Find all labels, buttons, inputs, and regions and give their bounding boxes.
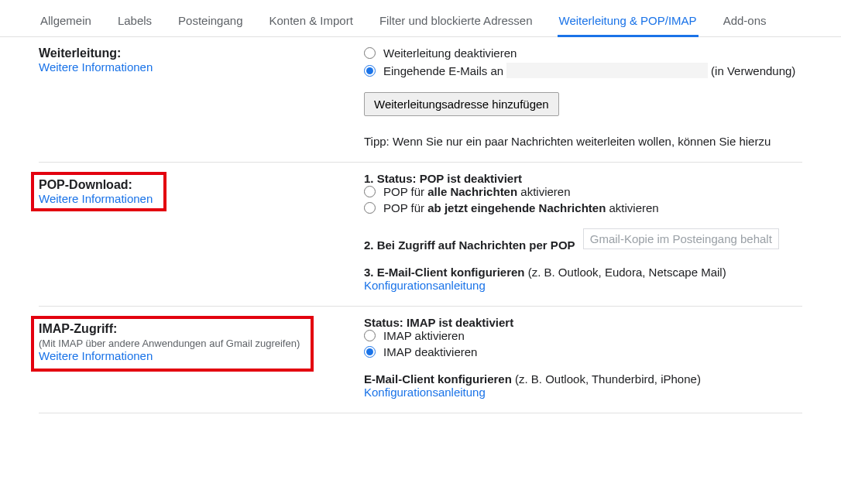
tab-filters-blocked[interactable]: Filter und blockierte Adressen <box>378 8 534 36</box>
forwarding-more-info-link[interactable]: Weitere Informationen <box>39 60 153 74</box>
highlight-imap: IMAP-Zugriff: (Mit IMAP über andere Anwe… <box>31 316 314 372</box>
imap-enable-label: IMAP aktivieren <box>383 329 465 342</box>
imap-disable-radio[interactable] <box>364 346 376 358</box>
forwarding-enable-label-prefix: Eingehende E-Mails an <box>383 64 503 77</box>
imap-disable-label: IMAP deaktivieren <box>383 345 477 358</box>
imap-config-link[interactable]: Konfigurationsanleitung <box>364 386 486 399</box>
tab-labels[interactable]: Labels <box>116 8 153 36</box>
forwarding-disable-label: Weiterleitung deaktivieren <box>383 46 517 60</box>
pop-status-label: 1. Status: <box>364 172 420 185</box>
forwarding-tip: Tipp: Wenn Sie nur ein paar Nachrichten … <box>364 135 802 148</box>
forwarding-title: Weiterleitung: <box>39 46 348 60</box>
pop-now-label: POP für ab jetzt eingehende Nachrichten … <box>383 201 659 214</box>
section-pop: POP-Download: Weitere Informationen 1. S… <box>39 163 802 307</box>
pop-more-info-link[interactable]: Weitere Informationen <box>39 192 153 205</box>
imap-title: IMAP-Zugriff: <box>39 322 300 336</box>
pop-keep-copy-select[interactable]: Gmail-Kopie im Posteingang behalt <box>583 228 779 249</box>
section-imap: IMAP-Zugriff: (Mit IMAP über andere Anwe… <box>39 307 802 413</box>
tab-forwarding-pop-imap[interactable]: Weiterleitung & POP/IMAP <box>558 8 699 36</box>
section-forwarding: Weiterleitung: Weitere Informationen Wei… <box>39 37 802 163</box>
tab-general[interactable]: Allgemein <box>39 8 93 36</box>
forwarding-disable-radio[interactable] <box>364 47 376 59</box>
pop-access-label: 2. Bei Zugriff auf Nachrichten per POP <box>364 238 575 252</box>
pop-client-label: 3. E-Mail-Client konfigurieren <box>364 266 525 279</box>
tab-inbox[interactable]: Posteingang <box>177 8 244 36</box>
tab-addons[interactable]: Add-ons <box>722 8 768 36</box>
tab-accounts-import[interactable]: Konten & Import <box>267 8 354 36</box>
forwarding-enable-label-suffix: (in Verwendung) <box>711 64 795 77</box>
pop-all-label: POP für alle Nachrichten aktivieren <box>383 185 571 198</box>
forwarding-address-redacted <box>506 63 708 78</box>
pop-status-value: POP ist deaktiviert <box>420 172 522 185</box>
pop-client-hint: (z. B. Outlook, Eudora, Netscape Mail) <box>525 266 726 279</box>
imap-enable-radio[interactable] <box>364 330 376 341</box>
imap-subtitle: (Mit IMAP über andere Anwendungen auf Gm… <box>39 338 300 349</box>
pop-title: POP-Download: <box>39 178 153 192</box>
settings-tabs: Allgemein Labels Posteingang Konten & Im… <box>0 0 841 37</box>
pop-config-link[interactable]: Konfigurationsanleitung <box>364 279 486 292</box>
imap-more-info-link[interactable]: Weitere Informationen <box>39 349 153 362</box>
pop-now-radio[interactable] <box>364 202 376 214</box>
add-forwarding-address-button[interactable]: Weiterleitungsadresse hinzufügen <box>364 92 559 116</box>
pop-all-radio[interactable] <box>364 186 376 197</box>
imap-client-label: E-Mail-Client konfigurieren <box>364 372 512 386</box>
imap-status-value: IMAP ist deaktiviert <box>407 316 513 329</box>
highlight-pop: POP-Download: Weitere Informationen <box>31 172 166 211</box>
imap-client-hint: (z. B. Outlook, Thunderbird, iPhone) <box>512 372 701 386</box>
imap-status-label: Status: <box>364 316 407 329</box>
forwarding-enable-radio[interactable] <box>364 65 376 77</box>
